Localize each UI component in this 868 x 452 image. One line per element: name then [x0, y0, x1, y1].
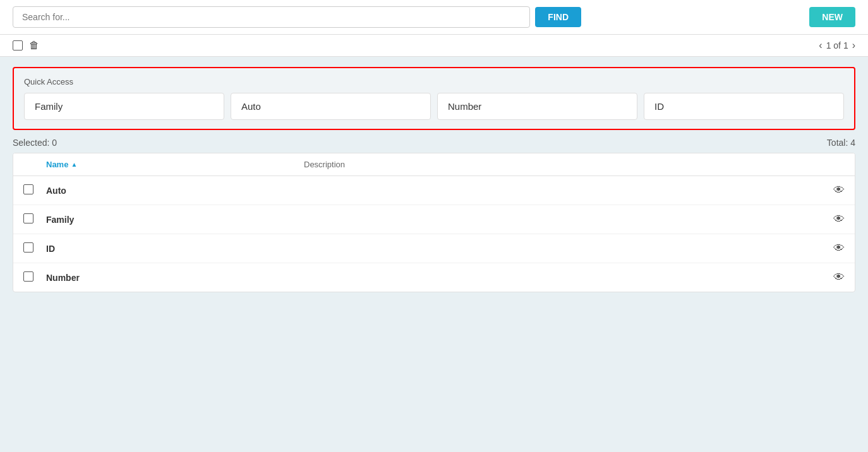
row-checkbox-id[interactable] [23, 242, 46, 254]
row-name-family: Family [46, 215, 304, 225]
quick-access-panel: Quick Access Family Auto Number ID [13, 67, 855, 130]
quick-access-number[interactable]: Number [437, 93, 637, 120]
row-checkbox-auto[interactable] [23, 184, 46, 196]
col-name-label: Name [46, 160, 68, 169]
row-action-auto[interactable]: 👁 [819, 184, 845, 197]
selected-count: Selected: 0 [13, 138, 57, 148]
row-name-number: Number [46, 273, 304, 283]
checkbox-id[interactable] [23, 242, 33, 253]
delete-icon[interactable]: 🗑 [29, 40, 39, 51]
top-bar: FIND NEW [0, 0, 868, 35]
quick-access-auto[interactable]: Auto [231, 93, 431, 120]
eye-icon-number[interactable]: 👁 [833, 271, 845, 283]
table-row: Number 👁 [13, 263, 855, 292]
table-header: Name ▲ Description [13, 153, 855, 176]
search-area: FIND [13, 6, 581, 28]
total-count: Total: 4 [827, 138, 855, 148]
pagination-text: 1 of 1 [826, 40, 848, 51]
table-row: Auto 👁 [13, 176, 855, 205]
sort-asc-icon: ▲ [71, 161, 77, 168]
quick-access-family[interactable]: Family [24, 93, 224, 120]
row-name-auto: Auto [46, 186, 304, 196]
row-checkbox-family[interactable] [23, 213, 46, 225]
row-action-id[interactable]: 👁 [819, 242, 845, 255]
select-all-checkbox[interactable] [13, 40, 23, 51]
search-input[interactable] [13, 6, 530, 28]
quick-access-title: Quick Access [24, 77, 844, 86]
quick-access-id[interactable]: ID [644, 93, 844, 120]
stats-row: Selected: 0 Total: 4 [13, 138, 855, 148]
row-action-number[interactable]: 👁 [819, 271, 845, 284]
col-description-header: Description [304, 160, 819, 169]
next-page-button[interactable]: › [852, 40, 855, 51]
checkbox-family[interactable] [23, 213, 33, 223]
col-name-header[interactable]: Name ▲ [46, 160, 304, 169]
table-row: Family 👁 [13, 205, 855, 234]
row-checkbox-number[interactable] [23, 271, 46, 283]
row-action-family[interactable]: 👁 [819, 213, 845, 226]
eye-icon-family[interactable]: 👁 [833, 213, 845, 225]
new-button[interactable]: NEW [809, 7, 855, 27]
table-row: ID 👁 [13, 234, 855, 263]
prev-page-button[interactable]: ‹ [819, 40, 822, 51]
pagination: ‹ 1 of 1 › [819, 40, 855, 51]
row-name-id: ID [46, 244, 304, 254]
eye-icon-auto[interactable]: 👁 [833, 184, 845, 196]
data-table: Name ▲ Description Auto 👁 Family [13, 153, 855, 292]
toolbar-left: 🗑 [13, 40, 39, 51]
checkbox-number[interactable] [23, 271, 33, 282]
main-content: Quick Access Family Auto Number ID Selec… [0, 57, 868, 302]
toolbar: 🗑 ‹ 1 of 1 › [0, 35, 868, 57]
checkbox-auto[interactable] [23, 184, 33, 194]
find-button[interactable]: FIND [535, 7, 581, 27]
quick-access-items: Family Auto Number ID [24, 93, 844, 120]
eye-icon-id[interactable]: 👁 [833, 242, 845, 254]
